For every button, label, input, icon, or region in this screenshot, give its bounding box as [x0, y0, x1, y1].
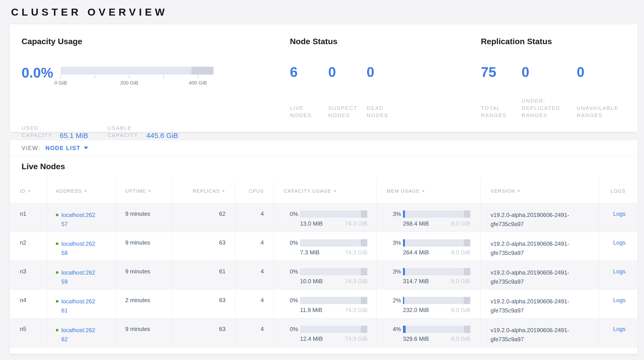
- axis-tick: [198, 75, 198, 79]
- node-status-stat: 6LIVENODES: [290, 64, 328, 119]
- node-cpus-cell: 4: [235, 261, 274, 289]
- sort-arrow-icon: ▼: [28, 189, 32, 193]
- node-logs-link[interactable]: Logs: [613, 211, 626, 217]
- stat-label-line: SUSPECT: [328, 105, 366, 112]
- usage-bar-values: 264.4 MiB8.0 GiB: [403, 249, 470, 256]
- node-cpus-cell: 4: [235, 232, 274, 261]
- column-header-label: ID: [20, 189, 26, 194]
- node-status-stat: 0DEADNODES: [366, 64, 405, 119]
- usage-bar-row: 0%: [284, 239, 376, 247]
- mem-usage-bar: 3%314.7 MiB8.0 GiB: [387, 268, 480, 285]
- capacity-usage-bar-percent: 0%: [284, 268, 298, 275]
- stat-label-line: NODES: [366, 112, 405, 119]
- node-uptime-cell: 9 minutes: [116, 261, 172, 289]
- mem-usage-bar-reserved-segment: [464, 239, 470, 247]
- mem-usage-bar-used-value: 264.4 MiB: [403, 249, 429, 256]
- node-capacity-usage-cell: 0%12.4 MiB74.3 GiB: [274, 318, 376, 347]
- column-header-label: REPLICAS: [192, 189, 220, 194]
- stat-label-line: TOTAL: [481, 105, 522, 112]
- column-header-label: LOGS: [610, 189, 626, 194]
- column-header-version[interactable]: VERSION▼: [480, 179, 600, 203]
- column-header-replicas[interactable]: REPLICAS▼: [172, 179, 236, 203]
- node-address-cell: localhost:26258: [48, 232, 116, 261]
- mem-usage-bar: 3%264.4 MiB8.0 GiB: [387, 239, 480, 256]
- mem-usage-bar-track: [403, 268, 470, 275]
- node-logs-link[interactable]: Logs: [613, 326, 626, 332]
- table-row-n2: n2localhost:262589 minutes6340%7.3 MiB74…: [10, 232, 638, 261]
- capacity-usage-bar-total-value: 74.3 GiB: [345, 307, 367, 313]
- node-status-stats: 6LIVENODES0SUSPECTNODES0DEADNODES: [290, 64, 405, 119]
- node-logs-cell: Logs: [599, 261, 638, 289]
- axis-tick-label: 0 GiB: [54, 80, 67, 86]
- node-live-status-icon: [56, 271, 58, 274]
- column-header-capacity-usage[interactable]: CAPACITY USAGE▼: [274, 179, 376, 203]
- node-address-link[interactable]: localhost:26257: [61, 211, 97, 229]
- node-status-stat-value: 0: [366, 64, 405, 80]
- usage-bar-row: 0%: [284, 268, 376, 275]
- usage-bar-values: 10.0 MiB74.3 GiB: [300, 278, 367, 285]
- mem-usage-bar-used-value: 314.7 MiB: [403, 278, 429, 285]
- node-version-cell: v19.2.0-alpha.20190606-2491-gfe735c9a97: [480, 290, 600, 318]
- node-logs-cell: Logs: [599, 232, 638, 261]
- capacity-usage-bar: 0%12.4 MiB74.3 GiB: [284, 326, 376, 342]
- node-uptime-cell: 9 minutes: [116, 318, 172, 347]
- node-uptime-cell: 9 minutes: [116, 203, 172, 232]
- chevron-down-icon: [84, 147, 88, 149]
- column-header-address[interactable]: ADDRESS▼: [48, 179, 116, 203]
- capacity-usage-bar-used-value: 13.0 MiB: [300, 220, 323, 227]
- view-mode-dropdown[interactable]: NODE LIST: [46, 145, 88, 151]
- page-title: CLUSTER OVERVIEW: [11, 6, 168, 18]
- usage-bar-values: 329.6 MiB8.0 GiB: [403, 335, 470, 342]
- column-header-mem-usage[interactable]: MEM USAGE▼: [376, 179, 480, 203]
- capacity-gauge: 0 GiB200 GiB400 GiB: [60, 67, 214, 79]
- node-logs-link[interactable]: Logs: [613, 297, 626, 303]
- node-id-cell: n4: [10, 290, 48, 318]
- node-replicas-cell: 63: [172, 232, 236, 261]
- replication-stat-value: 75: [481, 64, 522, 80]
- node-logs-link[interactable]: Logs: [613, 268, 626, 275]
- usage-bar-row: 4%: [387, 326, 480, 333]
- node-address-link[interactable]: localhost:26259: [61, 268, 97, 286]
- capacity-usage-bar-total-value: 74.3 GiB: [345, 249, 367, 256]
- capacity-usage-bar-used-value: 11.9 MiB: [300, 307, 322, 313]
- mem-usage-bar-total-value: 8.0 GiB: [451, 220, 470, 227]
- column-header-label: VERSION: [491, 189, 515, 194]
- node-version-cell: v19.2.0-alpha.20190606-2491-gfe735c9a97: [480, 203, 600, 232]
- node-logs-cell: Logs: [599, 318, 638, 347]
- node-mem-usage-cell: 3%268.4 MiB8.0 GiB: [376, 203, 480, 232]
- capacity-usage-bar-reserved-segment: [361, 239, 367, 247]
- stat-label-line: UNAVAILABLE: [577, 105, 636, 112]
- axis-tick: [164, 75, 164, 79]
- replication-stat-label: UNAVAILABLERANGES: [577, 105, 636, 119]
- capacity-usage-bar-reserved-segment: [361, 268, 367, 275]
- column-header-label: MEM USAGE: [387, 189, 420, 194]
- node-address-link[interactable]: localhost:26258: [61, 239, 97, 258]
- mem-usage-bar-fill: [403, 239, 405, 247]
- node-status-stat-label: DEADNODES: [366, 105, 405, 119]
- live-nodes-table-header: ID▼ADDRESS▼UPTIME▼REPLICAS▼CPUSCAPACITY …: [10, 179, 638, 203]
- node-address-link[interactable]: localhost:26262: [61, 326, 97, 344]
- replication-stat-label: TOTALRANGES: [481, 105, 522, 119]
- column-header-id[interactable]: ID▼: [10, 179, 48, 203]
- axis-tick: [60, 75, 61, 79]
- node-mem-usage-cell: 2%232.0 MiB8.0 GiB: [376, 290, 480, 318]
- node-replicas-cell: 63: [172, 318, 236, 347]
- node-logs-cell: Logs: [599, 290, 638, 318]
- sort-arrow-icon: ▼: [333, 189, 337, 193]
- capacity-usage-bar-total-value: 74.3 GiB: [345, 278, 367, 285]
- replication-stat: 75TOTALRANGES: [481, 64, 522, 119]
- live-nodes-table: ID▼ADDRESS▼UPTIME▼REPLICAS▼CPUSCAPACITY …: [10, 179, 638, 354]
- node-version-text: v19.2.0-alpha.20190606-2491-gfe735c9a97: [491, 239, 591, 258]
- node-logs-link[interactable]: Logs: [613, 239, 626, 246]
- node-live-status-icon: [56, 329, 58, 331]
- stat-label-line: CAPACITY: [107, 132, 140, 139]
- replication-stat-value: 0: [577, 64, 636, 80]
- column-header-label: CPUS: [249, 189, 264, 194]
- node-address-link[interactable]: localhost:26261: [61, 297, 97, 315]
- mem-usage-bar-track: [403, 297, 470, 304]
- table-row-n4: n4localhost:262612 minutes6340%11.9 MiB7…: [10, 289, 638, 318]
- capacity-stat: USEDCAPACITY65.1 MiB: [22, 125, 88, 139]
- column-header-uptime[interactable]: UPTIME▼: [116, 179, 172, 203]
- replication-stat: 0UNAVAILABLERANGES: [577, 64, 636, 119]
- stat-label-line: NODES: [328, 112, 366, 119]
